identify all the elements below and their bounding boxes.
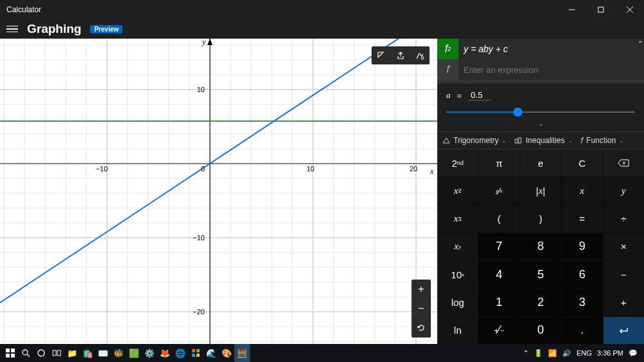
key-5[interactable]: 5 (520, 261, 561, 288)
preview-badge: Preview (90, 25, 122, 33)
scroll-up-icon[interactable]: ⌃ (638, 40, 643, 47)
key-rparen[interactable]: ) (520, 205, 561, 233)
zoom-reset-button[interactable] (412, 318, 431, 338)
key-2[interactable]: 2 (520, 289, 561, 316)
key-negate[interactable]: +⁄− (478, 317, 519, 344)
function-badge-icon: f (437, 59, 459, 80)
key-y-over-x[interactable]: y⁄x (478, 177, 519, 204)
key-log[interactable]: log (437, 289, 478, 316)
cortana-icon[interactable] (33, 344, 49, 362)
svg-text:−10: −10 (96, 165, 108, 173)
firefox-icon[interactable]: 🦊 (157, 344, 173, 362)
function-row-active[interactable]: f2 y = aby + c (437, 39, 644, 59)
maximize-button[interactable] (586, 0, 615, 19)
variable-name: a (446, 90, 451, 100)
function-row-empty[interactable]: f (437, 59, 644, 80)
share-button[interactable] (391, 46, 410, 64)
variable-slider[interactable] (446, 107, 635, 117)
key-7[interactable]: 7 (478, 233, 519, 260)
inequalities-dropdown[interactable]: Inequalities⌄ (515, 136, 573, 145)
svg-rect-71 (11, 348, 15, 352)
function-dropdown[interactable]: fFunction⌄ (581, 136, 624, 145)
svg-rect-70 (6, 348, 10, 352)
start-button[interactable] (3, 344, 18, 362)
battery-icon[interactable]: 🔋 (534, 349, 543, 357)
chrome-icon[interactable]: 🌐 (173, 344, 188, 362)
key-6[interactable]: 6 (562, 261, 602, 288)
key-backspace[interactable] (603, 149, 644, 176)
minimize-button[interactable] (557, 0, 586, 19)
graph-options-button[interactable] (410, 46, 430, 64)
key-y[interactable]: y (603, 177, 644, 204)
chevron-down-icon[interactable]: ⌄ (446, 120, 635, 131)
key-pi[interactable]: π (478, 149, 519, 176)
key-x[interactable]: x (562, 177, 602, 204)
close-button[interactable] (615, 0, 644, 19)
wifi-icon[interactable]: 📶 (548, 349, 557, 357)
zoom-in-button[interactable]: + (412, 280, 431, 299)
expression-input[interactable] (459, 59, 644, 80)
paint-icon[interactable]: 🎨 (219, 344, 234, 362)
key-lparen[interactable]: ( (478, 205, 519, 233)
hamburger-icon[interactable] (6, 26, 18, 33)
key-plus[interactable]: + (603, 289, 644, 316)
settings-icon[interactable]: ⚙️ (142, 344, 157, 362)
app-icon[interactable]: 🐝 (111, 344, 126, 362)
volume-icon[interactable]: 🔊 (562, 349, 571, 357)
tray-chevron-icon[interactable]: ⌃ (523, 349, 529, 357)
header: Graphing Preview (0, 19, 644, 39)
store-icon[interactable]: 🛍️ (80, 344, 95, 362)
zoom-out-button[interactable]: − (412, 299, 431, 318)
key-x-cubed[interactable]: x3 (437, 205, 478, 233)
svg-rect-78 (57, 350, 61, 356)
key-multiply[interactable]: × (603, 233, 644, 260)
svg-text:0: 0 (201, 165, 205, 173)
variable-value[interactable]: 0.5 (468, 90, 491, 100)
trig-dropdown[interactable]: Trigonometry⌄ (442, 136, 507, 145)
function-badge-icon: f2 (437, 39, 459, 59)
svg-line-75 (27, 354, 30, 357)
key-abs[interactable]: |x| (520, 177, 561, 204)
key-divide[interactable]: ÷ (603, 205, 644, 233)
system-tray[interactable]: ⌃ 🔋 📶 🔊 ENG 3:36 PM 💬 (523, 349, 641, 357)
mail-icon[interactable]: ✉️ (95, 344, 111, 362)
variable-section: a = 0.5 ⌄ (437, 84, 644, 131)
trace-button[interactable] (372, 46, 391, 64)
svg-rect-80 (196, 349, 200, 352)
key-enter[interactable] (603, 317, 644, 344)
key-e[interactable]: e (520, 149, 561, 176)
key-4[interactable]: 4 (478, 261, 519, 288)
key-second[interactable]: 2nd (437, 149, 478, 176)
key-8[interactable]: 8 (520, 233, 561, 260)
graph-area[interactable]: y x 0 −10 10 20 10 −10 −20 + − (0, 39, 437, 344)
key-x-power-y[interactable]: xy (437, 233, 478, 260)
calculator-taskbar-icon[interactable]: 🧮 (234, 344, 250, 362)
taskview-icon[interactable] (49, 344, 64, 362)
notifications-icon[interactable]: 💬 (629, 349, 638, 357)
clock[interactable]: 3:36 PM (597, 349, 623, 357)
svg-rect-72 (6, 354, 10, 357)
key-decimal[interactable]: . (562, 317, 602, 344)
key-ten-power-x[interactable]: 10x (437, 261, 478, 288)
app-icon[interactable]: 🟩 (126, 344, 142, 362)
search-icon[interactable] (18, 344, 33, 362)
svg-rect-81 (192, 354, 195, 357)
key-0[interactable]: 0 (520, 317, 561, 344)
key-3[interactable]: 3 (562, 289, 602, 316)
explorer-icon[interactable]: 📁 (64, 344, 80, 362)
svg-text:10: 10 (307, 165, 314, 173)
key-equals[interactable]: = (562, 205, 602, 233)
key-ln[interactable]: ln (437, 317, 478, 344)
key-minus[interactable]: − (603, 261, 644, 288)
key-1[interactable]: 1 (478, 289, 519, 316)
office-icon[interactable] (188, 344, 204, 362)
svg-marker-53 (207, 39, 213, 45)
function-expression[interactable]: y = aby + c (459, 39, 644, 59)
svg-rect-1 (598, 7, 603, 12)
key-x-squared[interactable]: x2 (437, 177, 478, 204)
edge-icon[interactable]: 🌊 (204, 344, 219, 362)
key-clear[interactable]: C (562, 149, 602, 176)
language-indicator[interactable]: ENG (576, 349, 592, 357)
key-9[interactable]: 9 (562, 233, 602, 260)
svg-text:x: x (430, 167, 434, 176)
